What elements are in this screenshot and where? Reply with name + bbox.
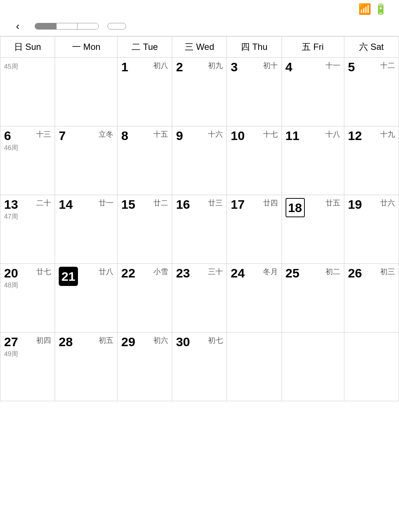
calendar-day-cell[interactable]: 14廿一 <box>55 195 117 264</box>
lunar-label: 初七 <box>208 335 223 345</box>
calendar-day-cell[interactable]: 25初二 <box>282 264 344 332</box>
lunar-label: 廿八 <box>99 267 113 276</box>
day-number: 17 <box>231 198 245 211</box>
view-month-button[interactable] <box>35 23 56 29</box>
lunar-label: 十五 <box>153 129 168 139</box>
day-number: 3 <box>231 61 238 73</box>
calendar-day-cell[interactable] <box>55 58 117 126</box>
lunar-label: 二十 <box>36 198 51 208</box>
day-number: 5 <box>348 61 355 73</box>
calendar-day-cell[interactable]: 20廿七48周 <box>0 264 55 332</box>
calendar-day-cell[interactable]: 8十五 <box>117 126 172 195</box>
calendar-day-cell[interactable]: 7立冬 <box>55 126 117 195</box>
day-number: 24 <box>231 267 245 279</box>
day-number: 6 <box>4 129 11 142</box>
calendar-day-cell[interactable]: 27初四49周 <box>0 332 55 401</box>
toolbar: ‹ <box>0 17 399 36</box>
calendar-day-cell[interactable]: 30初七 <box>172 332 227 401</box>
day-number: 13 <box>4 198 18 211</box>
calendar-day-cell[interactable]: 19廿六 <box>344 195 399 264</box>
calendar-day-cell[interactable]: 13二十47周 <box>0 195 55 264</box>
day-number: 21 <box>59 267 78 286</box>
back-button[interactable]: ‹ <box>7 20 29 32</box>
day-number: 19 <box>348 198 362 211</box>
lunar-label: 廿二 <box>153 198 168 208</box>
lunar-label: 初五 <box>99 335 113 345</box>
calendar-week-row: 20廿七48周21廿八22小雪23三十24冬月25初二26初三 <box>0 264 399 332</box>
lunar-label: 十三 <box>36 129 51 139</box>
lunar-label: 三十 <box>208 267 223 276</box>
lunar-label: 廿四 <box>263 198 278 208</box>
lunar-label: 廿一 <box>99 198 113 208</box>
calendar-day-cell[interactable] <box>344 332 399 401</box>
day-number: 10 <box>231 129 245 142</box>
lunar-label: 初八 <box>153 61 168 70</box>
lunar-label: 小雪 <box>153 267 168 276</box>
day-number: 1 <box>121 61 128 73</box>
week-label: 49周 <box>4 349 51 358</box>
day-number: 29 <box>121 335 135 348</box>
calendar-day-cell[interactable]: 6十三46周 <box>0 126 55 195</box>
calendar-day-cell[interactable]: 29初六 <box>117 332 172 401</box>
calendar-day-cell[interactable]: 12十九 <box>344 126 399 195</box>
calendar-day-cell[interactable]: 3初十 <box>227 58 282 126</box>
day-number: 15 <box>121 198 135 211</box>
day-number: 27 <box>4 335 18 348</box>
calendar-day-cell[interactable]: 18廿五 <box>282 195 344 264</box>
calendar-day-cell[interactable]: 10十七 <box>227 126 282 195</box>
column-header: 四 Thu <box>227 37 282 58</box>
calendar-day-cell[interactable]: 11十八 <box>282 126 344 195</box>
day-number: 25 <box>286 267 300 279</box>
day-number: 14 <box>59 198 73 211</box>
day-number: 9 <box>176 129 183 142</box>
view-toggle <box>35 23 99 30</box>
week-label: 45周 <box>4 62 51 71</box>
calendar-day-cell[interactable]: 23三十 <box>172 264 227 332</box>
lunar-label: 廿五 <box>325 198 340 208</box>
day-number: 12 <box>348 129 362 142</box>
back-chevron-icon: ‹ <box>16 20 19 32</box>
calendar-day-cell[interactable]: 21廿八 <box>55 264 117 332</box>
view-day-button[interactable] <box>78 23 98 29</box>
calendar-day-cell[interactable]: 9十六 <box>172 126 227 195</box>
column-header: 五 Fri <box>282 37 344 58</box>
calendar-day-cell[interactable]: 1初八 <box>117 58 172 126</box>
calendar-header-row: 日 Sun一 Mon二 Tue三 Wed四 Thu五 Fri六 Sat <box>0 37 399 58</box>
calendar-day-cell[interactable]: 45周 <box>0 58 55 126</box>
calendar-day-cell[interactable]: 17廿四 <box>227 195 282 264</box>
day-number: 8 <box>121 129 128 142</box>
day-number: 7 <box>59 129 66 142</box>
calendar-grid: 日 Sun一 Mon二 Tue三 Wed四 Thu五 Fri六 Sat 45周1… <box>0 36 399 401</box>
calendar-day-cell[interactable]: 26初三 <box>344 264 399 332</box>
day-number: 28 <box>59 335 73 348</box>
calendar-week-row: 13二十47周14廿一15廿二16廿三17廿四18廿五19廿六 <box>0 195 399 264</box>
calendar-day-cell[interactable]: 4十一 <box>282 58 344 126</box>
view-week-button[interactable] <box>57 23 77 29</box>
calendar-day-cell[interactable]: 2初九 <box>172 58 227 126</box>
day-number: 26 <box>348 267 362 279</box>
week-label: 47周 <box>4 212 51 221</box>
calendar-day-cell[interactable]: 24冬月 <box>227 264 282 332</box>
day-number: 18 <box>286 198 305 217</box>
column-header: 六 Sat <box>344 37 399 58</box>
calendar-day-cell[interactable] <box>282 332 344 401</box>
calendar-week-row: 45周1初八2初九3初十4十一5十二 <box>0 58 399 126</box>
day-number: 23 <box>176 267 190 279</box>
lunar-label: 初三 <box>380 267 395 276</box>
day-number: 20 <box>4 267 18 279</box>
calendar-day-cell[interactable]: 16廿三 <box>172 195 227 264</box>
lunar-label: 十九 <box>380 129 395 139</box>
today-button[interactable] <box>108 23 126 30</box>
calendar-day-cell[interactable]: 28初五 <box>55 332 117 401</box>
lunar-label: 十二 <box>380 61 395 70</box>
calendar-day-cell[interactable]: 15廿二 <box>117 195 172 264</box>
lunar-label: 十七 <box>263 129 278 139</box>
status-bar: 📶 🔋 <box>0 0 399 17</box>
calendar-day-cell[interactable]: 22小雪 <box>117 264 172 332</box>
column-header: 一 Mon <box>55 37 117 58</box>
lunar-label: 初四 <box>36 335 51 345</box>
calendar-day-cell[interactable] <box>227 332 282 401</box>
lunar-label: 冬月 <box>263 267 278 276</box>
calendar-day-cell[interactable]: 5十二 <box>344 58 399 126</box>
day-number: 2 <box>176 61 183 73</box>
